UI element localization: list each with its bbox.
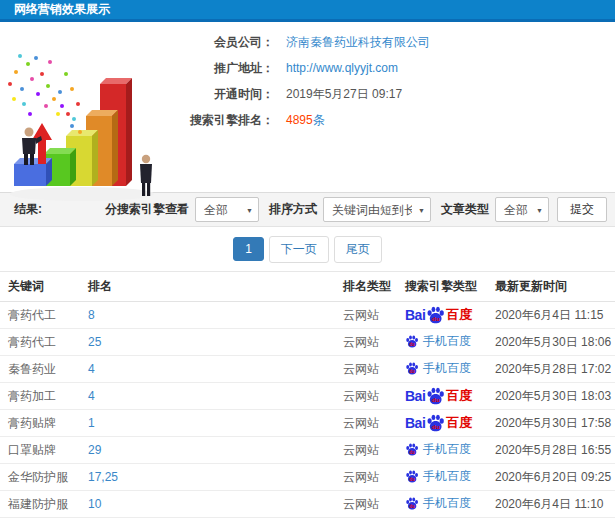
keyword-cell: 膏药代工 — [0, 329, 80, 356]
svg-text:du: du — [432, 396, 440, 403]
rank-cell[interactable]: 8 — [80, 302, 335, 329]
svg-text:du: du — [409, 504, 415, 509]
updated-cell: 2020年6月20日 09:25 — [487, 464, 615, 491]
svg-text:du: du — [432, 423, 440, 430]
engine-cell: du 手机百度 — [397, 437, 487, 464]
updated-cell: 2020年5月30日 18:03 — [487, 383, 615, 410]
submit-button[interactable]: 提交 — [557, 197, 607, 222]
promo-url-link[interactable]: http://www.qlyyjt.com — [286, 61, 398, 75]
article-type-select[interactable]: 全部 — [495, 197, 549, 222]
svg-text:du: du — [409, 342, 415, 347]
article-type-label: 文章类型 — [441, 201, 489, 218]
col-header-rank: 排名 — [80, 272, 335, 302]
col-header-rank-type: 排名类型 — [335, 272, 397, 302]
table-row: 膏药代工 8 云网站 Bai du 百度 2020年 — [0, 302, 615, 329]
baidu-logo: Bai du 百度 — [405, 306, 472, 324]
article-type-select-wrap: 全部 — [495, 197, 549, 222]
member-company-label: 会员公司： — [170, 34, 274, 51]
rank-type-cell: 云网站 — [335, 437, 397, 464]
mobile-baidu-logo: du 手机百度 — [405, 441, 471, 458]
engine-rank-count: 4895条 — [286, 112, 325, 129]
svg-text:du: du — [409, 369, 415, 374]
results-table: 关键词 排名 排名类型 搜索引擎类型 最新更新时间 膏药代工 8 云网站 Bai — [0, 271, 615, 520]
table-header-row: 关键词 排名 排名类型 搜索引擎类型 最新更新时间 — [0, 272, 615, 302]
baidu-cn-text: 百度 — [446, 387, 472, 405]
updated-cell: 2020年5月28日 17:02 — [487, 356, 615, 383]
table-row: 膏药贴牌 1 云网站 Bai du 百度 2020年 — [0, 410, 615, 437]
engine-rank-unit: 条 — [313, 113, 325, 127]
marketing-growth-chart-illustration — [2, 44, 172, 204]
baidu-bai-text: Bai — [405, 388, 425, 404]
engine-cell: du 手机百度 — [397, 356, 487, 383]
updated-cell: 2020年5月30日 17:58 — [487, 410, 615, 437]
rank-cell[interactable]: 25 — [80, 329, 335, 356]
engine-view-select[interactable]: 全部 — [195, 197, 259, 222]
keyword-cell: 金华防护服 — [0, 464, 80, 491]
baidu-cn-text: 百度 — [446, 306, 472, 324]
baidu-bai-text: Bai — [405, 415, 425, 431]
table-row: 膏药代工 25 云网站 du 手机百度 2020年5月30日 18: — [0, 329, 615, 356]
mobile-baidu-paw-icon: du — [405, 443, 419, 456]
rank-type-cell: 云网站 — [335, 383, 397, 410]
mobile-baidu-text: 手机百度 — [423, 360, 471, 377]
page-1-button[interactable]: 1 — [233, 237, 264, 261]
rank-cell[interactable]: 4 — [80, 383, 335, 410]
baidu-logo: Bai du 百度 — [405, 387, 472, 405]
pagination: 1 下一页 尾页 — [0, 227, 615, 271]
open-time-value: 2019年5月27日 09:17 — [286, 86, 402, 103]
last-page-button[interactable]: 尾页 — [334, 236, 382, 263]
mobile-baidu-text: 手机百度 — [423, 441, 471, 458]
mobile-baidu-logo: du 手机百度 — [405, 468, 471, 485]
mobile-baidu-logo: du 手机百度 — [405, 333, 471, 350]
table-row: 福建防护服 10 云网站 du 手机百度 2020年6月4日 11: — [0, 491, 615, 518]
baidu-logo: Bai du 百度 — [405, 414, 472, 432]
table-row: 口罩贴牌 29 云网站 du 手机百度 2020年5月28日 16: — [0, 437, 615, 464]
keyword-cell: 秦鲁药业 — [0, 356, 80, 383]
rank-cell[interactable]: 4 — [80, 356, 335, 383]
sort-select-wrap: 关键词由短到长排序 — [323, 197, 431, 222]
baidu-cn-text: 百度 — [446, 414, 472, 432]
table-row: 金华防护服 17,25 云网站 du 手机百度 2020年6月20日 — [0, 464, 615, 491]
baidu-bai-text: Bai — [405, 307, 425, 323]
engine-cell: Bai du 百度 — [397, 302, 487, 329]
baidu-paw-icon: du — [426, 414, 445, 432]
rank-cell[interactable]: 1 — [80, 410, 335, 437]
keyword-cell: 口罩贴牌 — [0, 437, 80, 464]
rank-type-cell: 云网站 — [335, 464, 397, 491]
member-profile: 会员公司： 济南秦鲁药业科技有限公司 推广地址： http://www.qlyy… — [170, 34, 430, 138]
member-company-link[interactable]: 济南秦鲁药业科技有限公司 — [286, 34, 430, 51]
updated-cell: 2020年5月30日 18:06 — [487, 329, 615, 356]
keyword-cell: 膏药贴牌 — [0, 410, 80, 437]
confetti-dots — [8, 54, 82, 134]
engine-cell: du 手机百度 — [397, 491, 487, 518]
svg-text:du: du — [409, 477, 415, 482]
rank-cell[interactable]: 17,25 — [80, 464, 335, 491]
table-row: 膏药加工 4 云网站 Bai du 百度 2020年 — [0, 383, 615, 410]
updated-cell: 2020年6月4日 11:15 — [487, 302, 615, 329]
col-header-updated: 最新更新时间 — [487, 272, 615, 302]
col-header-engine-type: 搜索引擎类型 — [397, 272, 487, 302]
mobile-baidu-logo: du 手机百度 — [405, 360, 471, 377]
engine-rank-number: 4895 — [286, 113, 313, 127]
svg-text:du: du — [409, 450, 415, 455]
rank-type-cell: 云网站 — [335, 410, 397, 437]
keyword-cell: 福建防护服 — [0, 491, 80, 518]
sort-select[interactable]: 关键词由短到长排序 — [323, 197, 431, 222]
rank-type-cell: 云网站 — [335, 491, 397, 518]
mobile-baidu-paw-icon: du — [405, 335, 419, 348]
sort-label: 排序方式 — [269, 201, 317, 218]
mobile-baidu-paw-icon: du — [405, 362, 419, 375]
mobile-baidu-paw-icon: du — [405, 497, 419, 510]
mobile-baidu-text: 手机百度 — [423, 495, 471, 512]
svg-text:du: du — [432, 315, 440, 322]
engine-cell: du 手机百度 — [397, 329, 487, 356]
promo-url-label: 推广地址： — [170, 60, 274, 77]
mobile-baidu-text: 手机百度 — [423, 468, 471, 485]
table-row: 秦鲁药业 4 云网站 du 手机百度 2020年5月28日 17:0 — [0, 356, 615, 383]
next-page-button[interactable]: 下一页 — [269, 236, 329, 263]
engine-cell: du 手机百度 — [397, 464, 487, 491]
summary-section: 会员公司： 济南秦鲁药业科技有限公司 推广地址： http://www.qlyy… — [0, 22, 615, 192]
rank-cell[interactable]: 29 — [80, 437, 335, 464]
rank-cell[interactable]: 10 — [80, 491, 335, 518]
baidu-paw-icon: du — [426, 306, 445, 324]
